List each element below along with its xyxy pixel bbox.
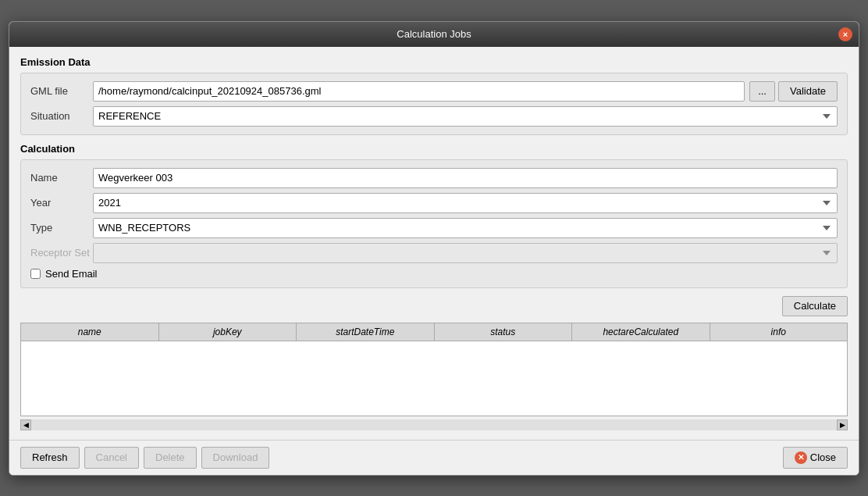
col-status: status <box>435 323 573 341</box>
situation-label: Situation <box>30 110 93 122</box>
scroll-track <box>31 419 837 430</box>
jobs-section: Calculate name jobKey startDateTime stat… <box>20 296 848 430</box>
calculation-section: Calculation Name Year 2021 Type WNB_RECE… <box>20 143 848 288</box>
dialog-title: Calculation Jobs <box>397 28 471 40</box>
receptor-row: Receptor Set <box>30 243 838 263</box>
titlebar-close-button[interactable]: × <box>838 27 852 41</box>
jobs-table-container: name jobKey startDateTime status hectare… <box>20 323 848 416</box>
close-button[interactable]: ✕ Close <box>783 447 848 469</box>
calculation-section-label: Calculation <box>20 143 848 155</box>
bottom-left-buttons: Refresh Cancel Delete Download <box>20 447 269 469</box>
gml-row: GML file ... Validate <box>30 81 838 102</box>
emission-section-box: GML file ... Validate Situation REFERENC… <box>20 73 848 135</box>
calc-header-row: Calculate <box>20 296 848 316</box>
validate-button[interactable]: Validate <box>778 81 838 102</box>
type-row: Type WNB_RECEPTORS <box>30 218 838 238</box>
gml-input[interactable] <box>93 81 745 102</box>
col-name: name <box>21 323 159 341</box>
year-label: Year <box>30 197 93 209</box>
calculation-section-box: Name Year 2021 Type WNB_RECEPTORS Rec <box>20 159 848 288</box>
gml-label: GML file <box>30 85 93 97</box>
close-label: Close <box>810 451 836 463</box>
cancel-button[interactable]: Cancel <box>84 447 139 469</box>
bottom-bar: Refresh Cancel Delete Download ✕ Close <box>9 440 859 475</box>
col-startdatetime: startDateTime <box>297 323 435 341</box>
name-input[interactable] <box>93 168 838 188</box>
send-email-label: Send Email <box>45 268 97 280</box>
name-row: Name <box>30 168 838 188</box>
table-body <box>21 341 847 412</box>
col-jobkey: jobKey <box>159 323 297 341</box>
name-label: Name <box>30 172 93 184</box>
col-info: info <box>710 323 848 341</box>
delete-button[interactable]: Delete <box>144 447 197 469</box>
receptor-select[interactable] <box>93 243 838 263</box>
download-button[interactable]: Download <box>201 447 270 469</box>
scroll-left-button[interactable]: ◀ <box>20 419 31 430</box>
receptor-label: Receptor Set <box>30 247 93 259</box>
titlebar-close-icon: × <box>843 30 848 39</box>
situation-row: Situation REFERENCE <box>30 106 838 127</box>
type-label: Type <box>30 222 93 234</box>
scroll-right-button[interactable]: ▶ <box>837 419 848 430</box>
browse-button[interactable]: ... <box>749 81 775 102</box>
send-email-checkbox[interactable] <box>30 269 41 279</box>
dialog-body: Emission Data GML file ... Validate Situ… <box>9 47 859 440</box>
calculate-button[interactable]: Calculate <box>782 296 848 316</box>
col-hectarecalculated: hectareCalculated <box>572 323 710 341</box>
year-select[interactable]: 2021 <box>93 193 838 213</box>
emission-section: Emission Data GML file ... Validate Situ… <box>20 56 848 135</box>
calculation-jobs-dialog: Calculation Jobs × Emission Data GML fil… <box>9 21 859 476</box>
type-select[interactable]: WNB_RECEPTORS <box>93 218 838 238</box>
horizontal-scrollbar[interactable]: ◀ ▶ <box>20 419 848 430</box>
situation-select[interactable]: REFERENCE <box>93 106 838 127</box>
refresh-button[interactable]: Refresh <box>20 447 80 469</box>
emission-section-label: Emission Data <box>20 56 848 68</box>
close-icon: ✕ <box>795 451 807 464</box>
send-email-row: Send Email <box>30 268 838 280</box>
table-header: name jobKey startDateTime status hectare… <box>21 323 847 341</box>
titlebar: Calculation Jobs × <box>9 22 859 47</box>
year-row: Year 2021 <box>30 193 838 213</box>
